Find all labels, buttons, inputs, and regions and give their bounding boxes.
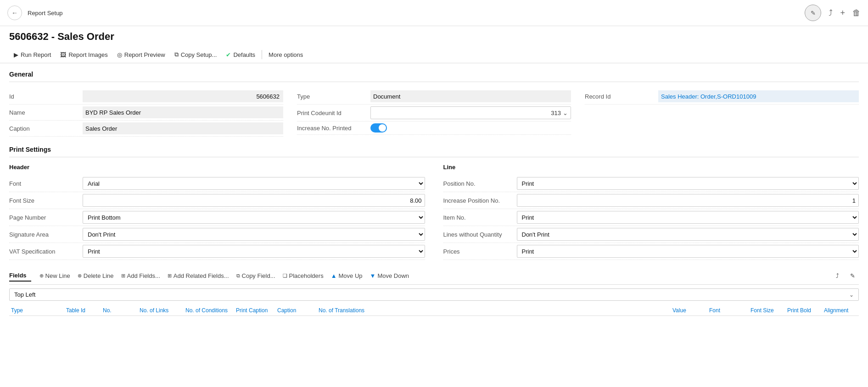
- delete-button[interactable]: 🗑: [852, 8, 861, 18]
- page-number-select[interactable]: Print Bottom Print Top Don't Print: [83, 211, 425, 224]
- general-section: General Id 5606632 Name BYD RP Sales Ord…: [9, 71, 859, 137]
- copy-field-icon: ⧉: [236, 273, 240, 279]
- placeholders-button[interactable]: ❑ Placeholders: [279, 271, 327, 281]
- vat-spec-row: VAT Specification Print Don't Print: [9, 243, 425, 260]
- general-col1: Id 5606632 Name BYD RP Sales Order Capti…: [9, 88, 283, 137]
- copy-setup-button[interactable]: ⧉ Copy Setup...: [170, 48, 222, 61]
- print-settings-columns: Header Font Arial Font Size Page Number: [9, 164, 859, 260]
- record-id-row: Record Id Sales Header: Order,S-ORD10100…: [585, 88, 859, 105]
- font-size-row: Font Size: [9, 192, 425, 209]
- new-line-icon: ⊕: [39, 273, 44, 279]
- id-label: Id: [9, 93, 83, 100]
- move-up-button[interactable]: ▲ Move Up: [327, 271, 366, 281]
- move-down-icon: ▼: [370, 272, 376, 279]
- name-value: BYD RP Sales Order: [83, 106, 283, 118]
- increase-no-printed-row: Increase No. Printed: [297, 122, 571, 135]
- share-button[interactable]: ⤴: [829, 8, 833, 18]
- page-header: 5606632 - Sales Order: [0, 26, 868, 46]
- move-down-button[interactable]: ▼ Move Down: [366, 271, 413, 281]
- vat-spec-label: VAT Specification: [9, 248, 83, 255]
- general-col2: Type Document Print Codeunit Id 313 ⌄ In…: [297, 88, 571, 137]
- report-preview-button[interactable]: ◎ Report Preview: [112, 49, 170, 61]
- add-icon: +: [840, 8, 845, 18]
- col-alignment: Alignment: [822, 307, 859, 314]
- increase-position-no-input[interactable]: [517, 194, 859, 207]
- position-no-label: Position No.: [443, 180, 517, 187]
- copy-setup-icon: ⧉: [174, 51, 179, 58]
- signature-area-row: Signature Area Don't Print Print: [9, 226, 425, 243]
- prices-row: Prices Print Don't Print: [443, 243, 859, 260]
- font-row: Font Arial: [9, 175, 425, 192]
- signature-area-label: Signature Area: [9, 231, 83, 238]
- vat-spec-select[interactable]: Print Don't Print: [83, 245, 425, 258]
- fields-edit-button[interactable]: ✎: [846, 271, 859, 281]
- col-no-translations: No. of Translations: [317, 307, 671, 314]
- col-value: Value: [671, 307, 707, 314]
- col-print-caption: Print Caption: [234, 307, 275, 314]
- page-title-small: Report Setup: [28, 10, 63, 17]
- fields-share-button[interactable]: ⤴: [832, 271, 843, 281]
- header-group-title: Header: [9, 164, 425, 171]
- item-no-select[interactable]: Print Don't Print: [517, 211, 859, 224]
- report-images-button[interactable]: 🖼 Report Images: [56, 49, 112, 61]
- line-settings: Line Position No. Print Don't Print Incr…: [443, 164, 859, 260]
- id-value: 5606632: [83, 90, 283, 102]
- report-preview-icon: ◎: [117, 51, 122, 58]
- general-col3: Record Id Sales Header: Order,S-ORD10100…: [585, 88, 859, 137]
- page-number-label: Page Number: [9, 214, 83, 221]
- run-report-button[interactable]: ▶ Run Report: [9, 49, 56, 61]
- placeholders-icon: ❑: [283, 273, 287, 279]
- copy-field-button[interactable]: ⧉ Copy Field...: [233, 271, 279, 281]
- fields-tab[interactable]: Fields: [9, 270, 31, 282]
- new-line-button[interactable]: ⊕ New Line: [36, 271, 74, 281]
- position-no-select[interactable]: Print Don't Print: [517, 177, 859, 190]
- fields-edit-icon: ✎: [850, 272, 855, 279]
- more-options-button[interactable]: More options: [264, 49, 308, 61]
- fields-dropdown-arrow: ⌄: [849, 292, 854, 298]
- add-related-fields-button[interactable]: ⊞ Add Related Fields...: [164, 271, 233, 281]
- back-icon: ←: [11, 9, 18, 17]
- defaults-button[interactable]: ✔ Defaults: [221, 49, 260, 61]
- lines-without-qty-select[interactable]: Don't Print Print: [517, 228, 859, 241]
- fields-dropdown[interactable]: Top Left ⌄: [9, 288, 859, 301]
- increase-no-printed-toggle[interactable]: [370, 123, 387, 133]
- font-size-input[interactable]: [83, 194, 425, 207]
- font-label: Font: [9, 180, 83, 187]
- edit-icon: ✎: [811, 10, 816, 17]
- print-settings-section: Print Settings Header Font Arial Font Si…: [9, 146, 859, 260]
- general-section-title: General: [9, 71, 859, 82]
- delete-icon: 🗑: [852, 8, 861, 18]
- share-icon: ⤴: [829, 8, 833, 18]
- prices-select[interactable]: Print Don't Print: [517, 245, 859, 258]
- edit-button[interactable]: ✎: [805, 5, 821, 21]
- name-label: Name: [9, 109, 83, 116]
- add-fields-button[interactable]: ⊞ Add Fields...: [118, 271, 164, 281]
- back-button[interactable]: ←: [7, 6, 22, 20]
- lines-without-qty-label: Lines without Quantity: [443, 231, 517, 238]
- add-button[interactable]: +: [840, 8, 845, 18]
- col-font: Font: [707, 307, 749, 314]
- type-label: Type: [297, 93, 370, 100]
- type-row: Type Document: [297, 88, 571, 105]
- run-report-icon: ▶: [14, 51, 18, 58]
- item-no-row: Item No. Print Don't Print: [443, 209, 859, 226]
- signature-area-select[interactable]: Don't Print Print: [83, 228, 425, 241]
- col-type: Type: [9, 307, 64, 314]
- delete-line-button[interactable]: ⊗ Delete Line: [74, 271, 118, 281]
- caption-value: Sales Order: [83, 122, 283, 134]
- col-no-conditions: No. of Conditions: [184, 307, 234, 314]
- col-font-size: Font Size: [749, 307, 785, 314]
- table-header: Type Table Id No. No. of Links No. of Co…: [9, 304, 859, 316]
- caption-label: Caption: [9, 125, 83, 132]
- font-select[interactable]: Arial: [83, 177, 425, 190]
- col-table-id: Table Id: [64, 307, 101, 314]
- line-group-title: Line: [443, 164, 859, 171]
- page-number-row: Page Number Print Bottom Print Top Don't…: [9, 209, 425, 226]
- fields-section: Fields ⊕ New Line ⊗ Delete Line ⊞ Add Fi…: [9, 267, 859, 316]
- move-up-icon: ▲: [331, 272, 337, 279]
- print-codeunit-dropdown-icon[interactable]: ⌄: [563, 110, 568, 116]
- page-title: 5606632 - Sales Order: [9, 31, 859, 43]
- font-size-label: Font Size: [9, 197, 83, 204]
- lines-without-qty-row: Lines without Quantity Don't Print Print: [443, 226, 859, 243]
- col-no: No.: [101, 307, 138, 314]
